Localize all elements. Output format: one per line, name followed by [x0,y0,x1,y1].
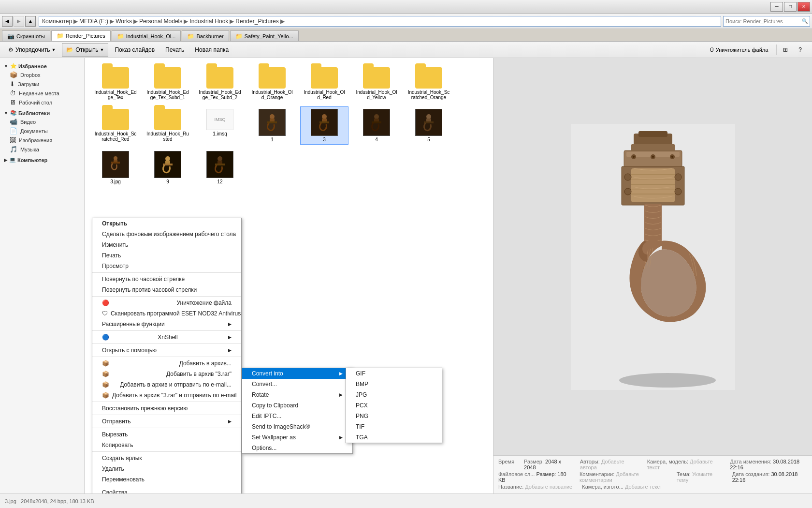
tab-industrial-hook[interactable]: 📁 Industrial_Hook_Ol... [112,30,181,41]
folder-item[interactable]: Industrial_Hook_Old_Red [300,65,348,103]
favorites-header[interactable]: ▼ ⭐ Избранное [0,62,84,70]
sidebar-item-video[interactable]: 📹 Видео [0,117,84,126]
folder-item[interactable]: Industrial_Hook_Edge_Tex_Subd_2 [196,65,244,103]
sidebar-item-recent[interactable]: ⏱ Недавние места [0,89,84,98]
xnshell-set-wallpaper[interactable]: Set Wallpaper as ▶ [242,432,352,443]
ctx-delete[interactable]: Удалить [92,463,241,474]
search-box[interactable]: 🔍 [723,16,810,27]
tab-screenshots[interactable]: 📷 Скриншоты [2,30,50,41]
xnshell-imageshack[interactable]: Send to ImageShack® [242,421,352,432]
ctx-shortcut[interactable]: Создать ярлык [92,453,241,463]
ctx-sep-4 [92,344,241,344]
file-item-img3[interactable]: 3 [300,106,348,145]
forward-button[interactable]: ▶ [14,16,24,27]
minimize-button[interactable]: ─ [770,2,783,12]
tab-icon-hook: 📁 [117,33,124,40]
ctx-open[interactable]: Открыть [92,218,241,229]
folder-item[interactable]: Industrial_Hook_Edge_Tex_Subd_1 [144,65,192,103]
ctx-cut[interactable]: Вырезать [92,429,241,440]
ctx-xnshell[interactable]: 🔵XnShell ▶ [92,332,241,343]
sidebar-item-desktop[interactable]: 🖥 Рабочий стол [0,98,84,107]
ctx-copy[interactable]: Копировать [92,440,241,450]
organize-button[interactable]: ⚙ Упорядочить ▼ [4,43,60,57]
ctx-addarchiveemail[interactable]: 📦Добавить в архив и отправить по e-mail.… [92,379,241,390]
xnshell-convert[interactable]: Convert... [242,379,352,389]
tab-safety[interactable]: 📁 Safety_Paint_Yello... [230,30,299,41]
destructor-button[interactable]: Ü Уничтожитель файла [706,43,773,57]
libraries-header[interactable]: ▼ 📚 Библиотеки [0,109,84,117]
sidebar-item-images[interactable]: 🖼 Изображения [0,135,84,145]
ctx-wallpaper[interactable]: Сделать фоновым изображением рабочего ст… [92,229,241,239]
folder-item[interactable]: Industrial_Hook_Rusted [144,106,192,145]
ctx-send[interactable]: Отправить ▶ [92,416,241,427]
maximize-button[interactable]: □ [784,2,797,12]
tab-backburner[interactable]: 📁 Backburner [182,30,229,41]
up-button[interactable]: ▲ [25,16,36,27]
image-thumb-9 [154,151,181,178]
ctx-destroy[interactable]: 🔴Уничтожение файла [92,298,241,308]
sidebar-item-dropbox[interactable]: 📦 Dropbox [0,70,84,79]
ctx-preview[interactable]: Просмотр [92,261,241,271]
sidebar-item-downloads[interactable]: ⬇ Загрузки [0,79,84,89]
convert-jpg[interactable]: JPG [346,389,442,400]
ctx-sep-8 [92,428,241,428]
sidebar-item-documents[interactable]: 📄 Документы [0,126,84,135]
ctx-print[interactable]: Печать [92,250,241,261]
images-icon: 🖼 [10,136,16,144]
xnshell-rotate[interactable]: Rotate ▶ [242,389,352,400]
folder-item[interactable]: Industrial_Hook_Scratched_Red [91,106,140,145]
xnshell-copy-clipboard[interactable]: Copy to Clipboard [242,400,352,411]
file-item-img4[interactable]: 4 [352,106,401,145]
ctx-edit[interactable]: Изменить [92,239,241,250]
tab-render-pictures[interactable]: 📁 Render_Pictures [51,30,111,41]
ctx-addarchive[interactable]: 📦Добавить в архив... [92,358,241,369]
convert-tga[interactable]: TGA [346,432,442,443]
view-button[interactable]: ⊞ [779,43,792,57]
xnshell-edit-iptc[interactable]: Edit IPTC... [242,411,352,421]
folder-item[interactable]: Industrial_Hook_Old_Orange [248,65,296,103]
file-list[interactable]: Industrial_Hook_Edge_Tex Industrial_Hook… [85,58,493,493]
file-item-img12[interactable]: 12 [196,149,244,187]
ctx-rotate-ccw[interactable]: Повернуть против часовой стрелки [92,284,241,295]
file-item-img5[interactable]: 5 [405,106,453,145]
convert-tif[interactable]: TIF [346,421,442,432]
sidebar-item-music[interactable]: 🎵 Музыка [0,145,84,154]
file-item-img1[interactable]: 1 [248,106,296,145]
convert-bmp[interactable]: BMP [346,379,442,389]
tab-bar: 📷 Скриншоты 📁 Render_Pictures 📁 Industri… [0,29,812,42]
file-item-img9[interactable]: 9 [144,149,192,187]
image-thumb-3jpg [102,151,129,178]
folder-item[interactable]: Industrial_Hook_Old_Yellow [352,65,401,103]
back-button[interactable]: ◀ [2,16,13,27]
computer-header[interactable]: ▶ 💻 Компьютер [0,156,84,164]
ctx-eset[interactable]: 🛡Сканировать программой ESET NOD32 Antiv… [92,308,241,319]
help-icon: ? [798,46,802,53]
address-bar: ◀ ▶ ▲ Компьютер▶ MEDIA (E:)▶ Works▶ Pers… [0,14,812,29]
ctx-properties[interactable]: Свойства [92,487,241,493]
ctx-rotate-cw[interactable]: Повернуть по часовой стрелке [92,274,241,284]
ctx-rename[interactable]: Переименовать [92,474,241,485]
xnshell-convert-into[interactable]: Convert into ▶ [242,368,352,379]
svg-point-0 [270,114,275,119]
ctx-restore[interactable]: Восстановить прежнюю версию [92,403,241,414]
print-button[interactable]: Печать [161,43,188,57]
file-item-imsq[interactable]: IMSQ 1.imsq [196,106,244,145]
folder-item[interactable]: Industrial_Hook_Edge_Tex [91,65,140,103]
convert-gif[interactable]: GIF [346,368,442,379]
convert-pcx[interactable]: PCX [346,400,442,411]
address-path[interactable]: Компьютер▶ MEDIA (E:)▶ Works▶ Personal M… [39,16,721,27]
slideshow-button[interactable]: Показ слайдов [110,43,159,57]
ctx-extended[interactable]: Расширенные функции ▶ [92,319,241,329]
xnshell-options[interactable]: Options... [242,443,352,453]
search-input[interactable] [725,18,802,24]
ctx-openwith[interactable]: Открыть с помощью ▶ [92,345,241,356]
newfolder-button[interactable]: Новая папка [190,43,233,57]
ctx-addarchive2[interactable]: 📦Добавить в архив "3.rar" [92,369,241,379]
close-button[interactable]: ✕ [798,2,810,12]
folder-item[interactable]: Industrial_Hook_Scratched_Orange [405,65,453,103]
help-button[interactable]: ? [794,43,806,57]
file-item-3jpg[interactable]: 3.jpg [91,149,140,187]
ctx-addarchiveemail2[interactable]: 📦Добавить в архив "3.rar" и отправить по… [92,390,241,401]
convert-png[interactable]: PNG [346,411,442,421]
open-button[interactable]: 📂 Открыть ▼ [62,43,108,57]
